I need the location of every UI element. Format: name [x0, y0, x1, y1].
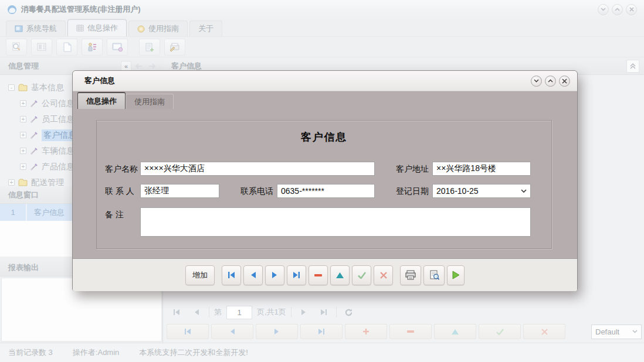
expand-expander-icon[interactable]: + [20, 100, 26, 107]
window-square-icon [15, 25, 23, 32]
search-document-button[interactable] [6, 39, 27, 56]
collapse-panel-icon[interactable] [626, 60, 639, 73]
default-select-value: Default [595, 327, 619, 336]
last-record-button[interactable] [300, 324, 343, 339]
expand-expander-icon[interactable]: + [20, 132, 26, 138]
list-item-index: 1 [0, 204, 27, 221]
delete-record-button[interactable] [309, 265, 328, 285]
dialog-titlebar[interactable]: 客户信息 [73, 71, 577, 91]
back-arrow-icon[interactable] [134, 61, 144, 71]
folder-icon [18, 84, 28, 91]
dialog-title: 客户信息 [84, 76, 115, 86]
dialog-close-icon[interactable] [559, 76, 570, 87]
tools-icon [30, 115, 38, 124]
expand-expander-icon[interactable]: + [20, 148, 26, 154]
divider [336, 307, 337, 317]
divider [291, 307, 292, 317]
status-bar: 当前记录数 3 操作者:Admin 本系统支持二次开发和全新开发! [0, 343, 644, 362]
page-suffix-label: 页,共1页 [257, 307, 286, 317]
first-record-button[interactable] [222, 265, 241, 285]
post-record-button[interactable] [479, 324, 521, 339]
print-button[interactable] [400, 265, 421, 285]
form-view-button[interactable] [31, 39, 52, 56]
tab-information-operation[interactable]: 信息操作 [67, 19, 127, 36]
collapse-sidebar-icon[interactable]: « [121, 61, 131, 71]
customer-name-label: 客户名称 [105, 164, 138, 175]
first-page-icon[interactable] [169, 305, 184, 319]
person-chart-button[interactable] [82, 39, 103, 56]
edit-record-button[interactable] [330, 265, 350, 285]
remark-label: 备 注 [105, 210, 124, 220]
cancel-record-button[interactable] [374, 265, 393, 285]
add-button-label: 增加 [192, 270, 208, 281]
expand-expander-icon[interactable]: + [20, 163, 26, 170]
default-select[interactable]: Default [591, 325, 642, 339]
expand-expander-icon[interactable]: + [20, 116, 26, 122]
last-page-icon[interactable] [316, 305, 331, 319]
tab-about[interactable]: 关于 [189, 21, 222, 36]
tab-label: 关于 [198, 23, 213, 34]
tools-icon [30, 163, 38, 171]
window-close-icon[interactable] [626, 4, 637, 15]
chevron-down-icon [521, 189, 527, 193]
prev-record-button[interactable] [211, 324, 253, 339]
tab-label: 系统导航 [26, 23, 57, 34]
dialog-rollup-icon[interactable] [531, 76, 542, 87]
help-clock-icon [137, 25, 145, 33]
edit-record-button[interactable] [434, 324, 476, 339]
first-record-button[interactable] [167, 324, 209, 339]
refresh-icon[interactable] [341, 305, 357, 319]
tab-label: 使用指南 [148, 23, 179, 34]
collapse-expander-icon[interactable]: - [8, 84, 15, 91]
tree-label: 员工信息 [42, 114, 74, 125]
contact-phone-label: 联系电话 [240, 186, 273, 197]
dialog-tab-information-operation[interactable]: 信息操作 [77, 92, 126, 109]
monitor-button[interactable] [107, 39, 128, 56]
print-preview-button[interactable] [423, 265, 445, 285]
cancel-record-button[interactable] [523, 324, 565, 339]
printer-edit-button[interactable] [164, 39, 185, 56]
main-tab-bar: 系统导航 信息操作 使用指南 关于 [0, 19, 644, 37]
register-date-label: 登记日期 [396, 186, 429, 197]
page-number-input[interactable] [226, 306, 252, 319]
forward-arrow-icon[interactable] [147, 61, 157, 71]
customer-form-panel: 客户信息 客户名称 客户地址 联 系 人 联系电话 登记日期 2016-10-2… [96, 120, 552, 249]
tab-user-guide[interactable]: 使用指南 [128, 21, 188, 36]
panel-title: 信息管理 [8, 61, 39, 71]
next-record-button[interactable] [256, 324, 298, 339]
run-button[interactable] [447, 265, 465, 285]
app-logo-icon [7, 5, 17, 15]
customer-address-input[interactable] [432, 162, 531, 176]
document-add-button[interactable] [139, 39, 160, 56]
window-titlebar: 消毒餐具配送管理系统(非注册用户) [0, 0, 644, 19]
new-document-button[interactable] [56, 39, 77, 56]
operator-status: 操作者:Admin [73, 347, 119, 358]
add-button[interactable]: 增加 [185, 265, 215, 285]
window-restore-icon[interactable] [612, 4, 623, 15]
customer-info-dialog: 客户信息 信息操作 使用指南 客户信息 客户名称 客户地址 联 系 人 联系电话… [72, 70, 578, 291]
expand-expander-icon[interactable]: + [8, 179, 15, 186]
customer-address-label: 客户地址 [396, 164, 429, 175]
contact-phone-input[interactable] [277, 184, 375, 198]
prev-page-icon[interactable] [189, 305, 204, 319]
dialog-body: 客户信息 客户名称 客户地址 联 系 人 联系电话 登记日期 2016-10-2… [73, 109, 577, 258]
contact-person-input[interactable] [140, 184, 219, 198]
tools-icon [30, 147, 38, 155]
last-record-button[interactable] [287, 265, 306, 285]
next-page-icon[interactable] [296, 305, 311, 319]
insert-record-button[interactable] [345, 324, 387, 339]
panel-title: 信息窗口 [8, 190, 39, 200]
register-date-select[interactable]: 2016-10-25 [432, 184, 531, 198]
chevron-down-icon [632, 330, 638, 333]
prev-record-button[interactable] [243, 265, 263, 285]
next-record-button[interactable] [265, 265, 284, 285]
remark-textarea[interactable] [140, 207, 531, 237]
delete-record-button[interactable] [389, 324, 432, 339]
post-record-button[interactable] [352, 265, 371, 285]
tools-icon [30, 131, 38, 139]
tab-system-navigation[interactable]: 系统导航 [6, 21, 66, 36]
customer-name-input[interactable] [140, 162, 375, 176]
dialog-tab-user-guide[interactable]: 使用指南 [126, 94, 174, 109]
dialog-maximize-icon[interactable] [545, 76, 556, 87]
window-minimize-icon[interactable] [598, 4, 609, 15]
